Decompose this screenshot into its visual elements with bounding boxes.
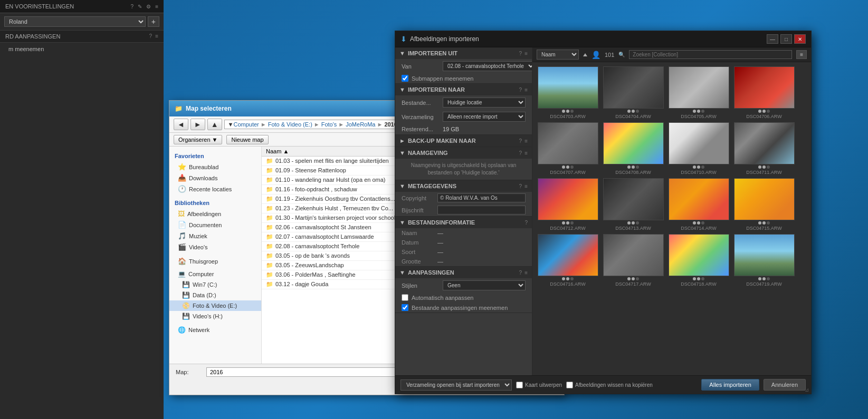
metagegevens-header[interactable]: ▼ METAGEGEVENS ? ≡: [395, 180, 532, 192]
sidebar-item-computer[interactable]: 💻 Computer: [169, 269, 261, 279]
more-options-button[interactable]: ≡: [796, 50, 807, 59]
stijlen-select[interactable]: Geen: [443, 280, 526, 290]
photo-image: [734, 234, 795, 276]
sync-icon[interactable]: ⚙: [146, 4, 151, 9]
up-button[interactable]: ▲: [207, 119, 222, 130]
profile-select[interactable]: Roland: [4, 16, 146, 27]
bestaande-aanp-checkbox[interactable]: [402, 304, 408, 311]
importeren-uit-header[interactable]: ▼ IMPORTEREN UIT ? ≡: [395, 47, 532, 59]
van-select[interactable]: 02.08 - carnavalsoptocht Terhole: [443, 61, 532, 71]
sidebar-item-thuisgroep[interactable]: 🏠 Thuisgroep: [169, 256, 261, 267]
sidebar-item-win7[interactable]: 💾 Win7 (C:): [169, 279, 261, 290]
photo-thumbnail[interactable]: DSC04707.ARW: [537, 122, 599, 175]
sort-asc-icon: [583, 53, 587, 56]
import-maximize-button[interactable]: □: [780, 34, 792, 44]
title-icons: ? ✎ ⚙ ≡: [131, 4, 158, 9]
sidebar-item-data[interactable]: 💾 Data (D:): [169, 290, 261, 300]
sidebar-item-videos[interactable]: 🎬 Video's: [169, 241, 261, 252]
alles-importeren-button[interactable]: Alles importeren: [701, 379, 759, 391]
photo-dots: [627, 110, 639, 113]
menu-backup-icon[interactable]: ≡: [524, 138, 528, 144]
add-profile-button[interactable]: +: [148, 16, 159, 27]
sidebar-item-fotovideo[interactable]: 📀 Foto & Video (E:): [169, 300, 261, 311]
sidebar-item-netwerk[interactable]: 🌐 Netwerk: [169, 325, 261, 335]
bestande-select[interactable]: Huidige locatie: [443, 98, 526, 108]
user-filter-icon[interactable]: 👤: [592, 51, 600, 59]
sidebar-item-afbeeldingen[interactable]: 🖼 Afbeeldingen: [169, 208, 261, 219]
favorites-title[interactable]: Favorieten: [169, 151, 261, 161]
help-aanp-icon[interactable]: ?: [519, 270, 522, 276]
naamgeving-header[interactable]: ▼ NAAMGEVING ? ≡: [395, 147, 532, 159]
auto-aanpassen-checkbox[interactable]: [402, 294, 408, 301]
submappen-checkbox[interactable]: [402, 75, 408, 82]
help-naar-icon[interactable]: ?: [519, 87, 522, 93]
section-menu-icon[interactable]: ≡: [155, 33, 158, 40]
photo-thumbnail[interactable]: DSC04705.ARW: [667, 66, 730, 119]
stijlen-row: Stijlen Geen: [395, 278, 532, 293]
import-close-button[interactable]: ✕: [794, 34, 806, 44]
photo-thumbnail[interactable]: DSC04712.ARW: [537, 178, 599, 231]
verzameling-select[interactable]: Alleen recente import: [443, 112, 526, 122]
dot: [697, 221, 700, 225]
help-bestand-icon[interactable]: ?: [524, 220, 528, 226]
photo-thumbnail[interactable]: DSC04708.ARW: [602, 122, 664, 175]
photo-thumbnail[interactable]: DSC04703.ARW: [537, 66, 599, 119]
drive-d-icon: 💾: [182, 291, 190, 299]
import-dialog-title: Afbeeldingen importeren: [410, 35, 479, 43]
sidebar-item-muziek[interactable]: 🎵 Muziek: [169, 230, 261, 241]
bijschrift-input[interactable]: [437, 206, 526, 215]
new-folder-button[interactable]: Nieuwe map: [226, 135, 268, 144]
dot: [627, 221, 631, 225]
edit-icon[interactable]: ✎: [138, 4, 142, 9]
importeren-naar-header[interactable]: ▼ IMPORTEREN NAAR ? ≡: [395, 84, 532, 95]
section-help-icon[interactable]: ?: [149, 33, 152, 40]
sidebar-item-downloads[interactable]: 📥 Downloads: [169, 172, 261, 183]
photo-thumbnail[interactable]: DSC04704.ARW: [602, 66, 664, 119]
collection-open-select[interactable]: Verzameling openen bij start importeren: [400, 379, 512, 391]
sidebar-item-recente-locaties[interactable]: 🕐 Recente locaties: [169, 183, 261, 194]
import-annuleren-button[interactable]: Annuleren: [764, 379, 806, 391]
help-uit-icon[interactable]: ?: [519, 51, 522, 56]
backup-header[interactable]: ► BACK-UP MAKEN NAAR ? ≡: [395, 135, 532, 147]
menu-icon[interactable]: ≡: [155, 4, 158, 9]
resize-handle[interactable]: ⊿: [803, 385, 811, 394]
kaart-uitwerpen-checkbox[interactable]: [516, 382, 523, 388]
import-search-input[interactable]: [629, 50, 792, 59]
help-icon[interactable]: ?: [131, 4, 134, 9]
sidebar-item-videosdrive[interactable]: 💾 Video's (H:): [169, 311, 261, 321]
photo-thumbnail[interactable]: DSC04717.ARW: [602, 234, 664, 287]
photo-thumbnail[interactable]: DSC04716.ARW: [537, 234, 599, 287]
photo-thumbnail[interactable]: DSC04715.ARW: [733, 178, 795, 231]
sort-select[interactable]: Naam: [537, 50, 579, 60]
sidebar-item-documenten[interactable]: 📄 Documenten: [169, 219, 261, 230]
menu-naam-icon[interactable]: ≡: [524, 150, 528, 156]
photo-thumbnail[interactable]: DSC04706.ARW: [733, 66, 795, 119]
help-meta-icon[interactable]: ?: [519, 183, 522, 189]
back-button[interactable]: ◄: [174, 119, 188, 130]
photo-filename: DSC04713.ARW: [615, 226, 651, 231]
photo-thumbnail[interactable]: DSC04710.ARW: [667, 122, 730, 175]
menu-meta-icon[interactable]: ≡: [524, 183, 528, 189]
photo-thumbnail[interactable]: DSC04714.ARW: [667, 178, 730, 231]
copyright-input[interactable]: [437, 193, 526, 202]
photo-thumbnail[interactable]: DSC04719.ARW: [733, 234, 795, 287]
sidebar-item-bureaublad[interactable]: ⭐ Bureaublad: [169, 161, 261, 172]
forward-button[interactable]: ►: [190, 119, 205, 130]
libraries-title[interactable]: Bibliotheken: [169, 198, 261, 208]
photo-dots: [562, 221, 574, 225]
photo-thumbnail[interactable]: DSC04718.ARW: [667, 234, 730, 287]
menu-uit-icon[interactable]: ≡: [524, 51, 528, 56]
folder-recent-icon: 🕐: [178, 185, 186, 193]
wissen-checkbox[interactable]: [566, 382, 573, 388]
aanpassingen-header[interactable]: ▼ AANPASSINGEN ? ≡: [395, 267, 532, 278]
photo-thumbnail[interactable]: DSC04711.ARW: [733, 122, 795, 175]
menu-aanp-icon[interactable]: ≡: [524, 270, 528, 276]
photo-thumbnail[interactable]: DSC04713.ARW: [602, 178, 664, 231]
import-minimize-button[interactable]: —: [767, 34, 778, 44]
help-backup-icon[interactable]: ?: [519, 138, 522, 144]
bestandsinfo-header[interactable]: ▼ BESTANDSINFORMATIE ?: [395, 217, 532, 228]
col-naam[interactable]: Naam ▲: [262, 147, 413, 157]
help-naam-icon[interactable]: ?: [519, 150, 522, 156]
menu-naar-icon[interactable]: ≡: [524, 87, 528, 93]
organize-button[interactable]: Organiseren ▼: [174, 135, 222, 144]
